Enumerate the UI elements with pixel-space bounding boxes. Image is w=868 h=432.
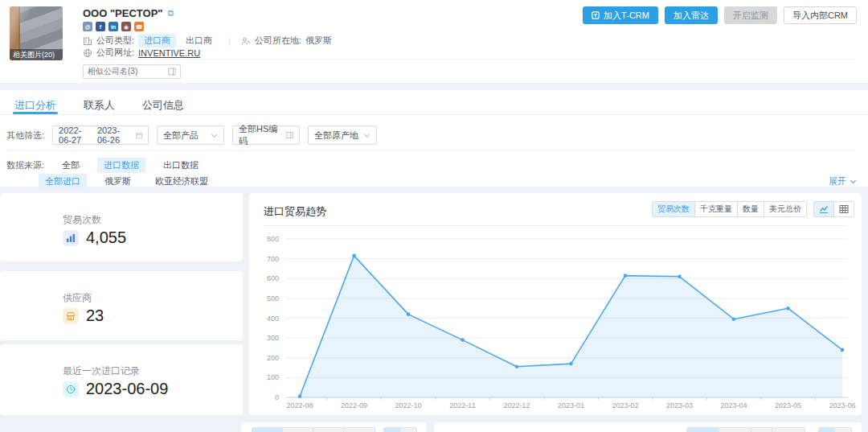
stat-value: 23 — [86, 307, 104, 325]
view-toggle-group[interactable] — [383, 427, 417, 432]
stat-label: 供应商 — [63, 291, 92, 305]
svg-text:2022-12: 2022-12 — [503, 401, 530, 409]
svg-text:100: 100 — [267, 373, 279, 381]
chevron-down-icon — [850, 178, 857, 185]
globe-icon — [83, 48, 92, 58]
other-filters-label: 其他筛选: — [6, 130, 44, 142]
website-link[interactable]: INVENTIVE.RU — [138, 48, 200, 58]
svg-text:300: 300 — [267, 334, 279, 342]
import-internal-crm-label: 导入内部CRM — [792, 10, 848, 22]
related-images-label: 相关图片(20) — [10, 49, 63, 60]
add-to-radar-button[interactable]: 加入雷达 — [665, 6, 718, 24]
source-option-all[interactable]: 全部 — [55, 158, 86, 173]
linkedin-icon[interactable]: in — [108, 22, 118, 31]
line-chart-icon — [819, 204, 829, 214]
svg-text:2023-06: 2023-06 — [829, 401, 855, 409]
people-icon — [241, 36, 251, 46]
suboption-all-imports[interactable]: 全部进口 — [39, 174, 87, 189]
company-type-line: 公司类型: 进口商 出口商 | 公司所在地: 俄罗斯 — [83, 34, 332, 47]
svg-text:2023-03: 2023-03 — [666, 401, 693, 409]
next-section-card-left — [241, 422, 426, 432]
suboption-eaeu[interactable]: 欧亚经济联盟 — [149, 174, 215, 189]
stat-card-last-import: 最近一次进口记录 2023-06-09 — [0, 344, 243, 415]
stat-label: 贸易次数 — [63, 213, 101, 227]
list-icon — [286, 131, 293, 139]
chevron-down-icon — [211, 132, 218, 139]
line-chart-view-button[interactable] — [814, 202, 834, 216]
shop-icon — [63, 308, 79, 324]
metric-trade-count[interactable]: 贸易次数 — [653, 202, 695, 216]
metric-toggle-group[interactable] — [686, 427, 805, 432]
svg-text:2023-01: 2023-01 — [558, 401, 584, 409]
data-source-label: 数据来源: — [6, 159, 44, 171]
svg-text:2022-09: 2022-09 — [341, 401, 367, 409]
date-start: 2022-06-27 — [59, 125, 92, 145]
clock-icon — [63, 381, 79, 397]
date-end: 2023-06-26 — [97, 125, 131, 145]
svg-text:500: 500 — [267, 294, 279, 302]
hs-code-value: 全部HS编码 — [239, 123, 281, 147]
view-toggle-group[interactable] — [818, 427, 852, 432]
stat-value: 2023-06-09 — [86, 380, 168, 398]
social-links: @ f in ◉ ☎ — [83, 22, 144, 31]
table-view-button[interactable] — [834, 202, 854, 216]
metric-kg-weight[interactable]: 千克重量 — [695, 202, 738, 216]
facebook-icon[interactable]: f — [96, 22, 105, 31]
photo-social-icon[interactable]: ◉ — [121, 22, 131, 31]
import-trend-card: 进口贸易趋势 贸易次数 千克重量 数量 美元总价 0100200300 — [249, 193, 862, 415]
svg-text:400: 400 — [267, 315, 279, 323]
origin-select[interactable]: 全部原产地 — [308, 125, 377, 145]
import-internal-crm-button[interactable]: 导入内部CRM — [784, 6, 857, 24]
svg-text:200: 200 — [267, 354, 279, 362]
tab-company-info[interactable]: 公司信息 — [142, 98, 184, 114]
copy-icon[interactable]: ⧉ — [168, 8, 174, 19]
svg-text:2022-10: 2022-10 — [395, 401, 421, 409]
stat-value: 4,055 — [86, 228, 126, 247]
building-icon — [83, 36, 92, 46]
web-social-icon[interactable]: @ — [83, 22, 92, 31]
metric-quantity[interactable]: 数量 — [738, 202, 764, 216]
location-label: 公司所在地: — [255, 35, 301, 47]
add-to-radar-label: 加入雷达 — [674, 10, 709, 22]
tab-import-analysis[interactable]: 进口分析 — [14, 98, 56, 114]
svg-text:700: 700 — [267, 255, 279, 263]
table-icon — [839, 204, 849, 214]
metric-toggle-group[interactable] — [252, 427, 375, 432]
company-photo-thumbnail[interactable]: 相关图片(20) — [10, 6, 63, 60]
tab-bar: 进口分析 联系人 公司信息 — [0, 90, 868, 115]
metric-usd-total[interactable]: 美元总价 — [764, 202, 806, 216]
product-select[interactable]: 全部产品 — [157, 125, 224, 145]
date-range-picker[interactable]: 2022-06-27 2023-06-26 — [52, 125, 149, 145]
t-crm-icon — [592, 11, 600, 19]
similar-companies-select[interactable]: 相似公司名(3) — [83, 64, 181, 79]
expand-toggle[interactable]: 展开 — [829, 175, 857, 187]
company-header: 相关图片(20) OOO "PECTOP" ⧉ @ f in ◉ ☎ 公司类型:… — [0, 0, 868, 83]
source-option-import[interactable]: 进口数据 — [97, 158, 145, 173]
panel-icon — [168, 68, 176, 76]
add-to-tcrm-button[interactable]: 加入T-CRM — [583, 6, 658, 24]
importer-tag[interactable]: 进口商 — [138, 34, 176, 47]
svg-text:2023-05: 2023-05 — [775, 401, 801, 409]
source-option-export[interactable]: 出口数据 — [157, 158, 205, 173]
enable-monitoring-label: 开启监测 — [733, 10, 768, 22]
metric-toggle-group: 贸易次数 千克重量 数量 美元总价 — [652, 201, 807, 217]
svg-text:2022-11: 2022-11 — [449, 401, 475, 409]
dotted-divider — [83, 59, 855, 60]
exporter-tag[interactable]: 出口商 — [180, 34, 218, 47]
expand-label: 展开 — [829, 175, 846, 187]
svg-text:600: 600 — [267, 274, 279, 282]
enable-monitoring-button[interactable]: 开启监测 — [724, 6, 777, 24]
chart-title: 进口贸易趋势 — [264, 204, 326, 219]
stat-card-suppliers: 供应商 23 — [0, 271, 243, 340]
view-toggle-group — [813, 201, 854, 217]
add-to-tcrm-label: 加入T-CRM — [604, 10, 649, 22]
svg-text:0: 0 — [275, 393, 279, 401]
suboption-russia[interactable]: 俄罗斯 — [98, 174, 137, 189]
calendar-icon — [136, 131, 142, 140]
website-label: 公司网址: — [96, 47, 134, 59]
tab-contacts[interactable]: 联系人 — [84, 98, 115, 114]
hs-code-select[interactable]: 全部HS编码 — [232, 125, 300, 145]
phone-icon[interactable]: ☎ — [134, 22, 144, 31]
next-section-card-right — [434, 422, 862, 432]
bar-chart-icon — [63, 230, 79, 246]
